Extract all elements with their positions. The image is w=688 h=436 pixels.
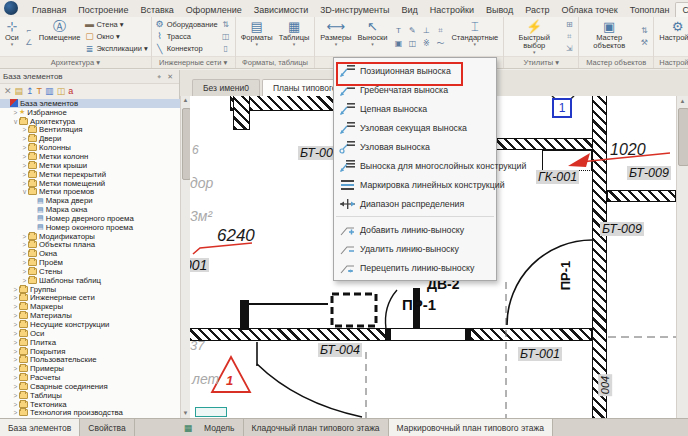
expand-icon[interactable]: > <box>21 162 28 169</box>
tree-item-15[interactable]: >Модификаторы <box>0 232 180 241</box>
equipment-button[interactable]: ⚙Оборудование <box>155 18 218 30</box>
tree-item-25[interactable]: >Несущие конструкции <box>0 320 180 329</box>
tree-item-27[interactable]: >Плитка <box>0 338 180 347</box>
level-mark-icon[interactable]: ⊥ <box>419 24 433 37</box>
tree-item-6[interactable]: >Метки колонн <box>0 152 180 161</box>
expand-icon[interactable]: > <box>12 321 19 328</box>
expand-icon[interactable]: > <box>21 250 28 257</box>
menu-item-4[interactable]: Узловая выноска <box>334 137 496 156</box>
ribbon-tab-4[interactable]: Зависимости <box>248 3 315 17</box>
expand-icon[interactable]: > <box>21 259 28 266</box>
expand-icon[interactable]: > <box>21 277 28 284</box>
sheet-list-icon[interactable]: ▦ <box>180 419 196 436</box>
net-split-icon[interactable]: ▯ <box>220 43 232 54</box>
menu-item-5[interactable]: Выноска для многослойных конструкций <box>334 156 496 175</box>
expand-icon[interactable]: > <box>12 401 19 408</box>
expand-icon[interactable]: > <box>12 356 19 363</box>
expand-icon[interactable]: > <box>12 109 19 116</box>
tree-item-12[interactable]: ▤Марка окна <box>0 205 180 214</box>
delete-icon[interactable]: ✕ <box>4 85 12 98</box>
tree-item-10[interactable]: vМетки проемов <box>0 187 180 196</box>
ribbon-tab-6[interactable]: Вид <box>396 3 424 17</box>
axis-angle-icon[interactable]: ∠ <box>23 37 35 48</box>
tree-item-22[interactable]: >Инженерные сети <box>0 294 180 303</box>
collapse-icon[interactable]: v <box>12 118 19 125</box>
quick-select-button[interactable]: ⚡Быстрый выбор▾ <box>506 18 562 55</box>
tree-item-24[interactable]: >Материалы <box>0 311 180 320</box>
connector-button[interactable]: ╲Коннектор <box>155 43 218 55</box>
collapse-icon[interactable]: v <box>21 188 28 195</box>
panel-tab-1[interactable]: Свойства <box>80 419 134 436</box>
net-node-icon[interactable]: ◫ <box>220 31 232 42</box>
formats-button[interactable]: ▤Форматы▾ <box>238 18 276 55</box>
expand-icon[interactable]: > <box>12 312 19 319</box>
report-icon[interactable]: a <box>68 85 73 98</box>
menu-item-8[interactable]: Добавить линию-выноску <box>334 220 496 239</box>
expand-icon[interactable]: > <box>12 392 19 399</box>
explication-button[interactable]: ≣Экспликации▾ <box>84 43 147 55</box>
menu-item-10[interactable]: Перецепить линию-выноску <box>334 258 496 277</box>
ribbon-tab-8[interactable]: Вывод <box>480 3 519 17</box>
tree-item-2[interactable]: vАрхитектура <box>0 117 180 126</box>
expand-icon[interactable]: > <box>12 286 19 293</box>
tree-item-16[interactable]: >Объекты плана <box>0 241 180 250</box>
tree-item-13[interactable]: ▤Номер дверного проема <box>0 214 180 223</box>
ribbon-tab-2[interactable]: Вставка <box>134 3 179 17</box>
tree-item-21[interactable]: >Группы <box>0 285 180 294</box>
view-frame-icon[interactable]: ▣ <box>391 37 405 50</box>
expand-icon[interactable]: > <box>12 383 19 390</box>
menu-item-6[interactable]: Маркировка линейных конструкций <box>334 175 496 194</box>
tree-item-35[interactable]: >Технология производства <box>0 409 180 418</box>
expand-icon[interactable]: > <box>21 135 28 142</box>
room-button[interactable]: ⒶПомещение <box>36 18 84 55</box>
panel-tab-0[interactable]: База элементов <box>0 419 80 436</box>
expand-icon[interactable]: > <box>12 365 19 372</box>
menu-item-7[interactable]: Диапазон распределения <box>334 194 496 213</box>
net-up-icon[interactable]: ⇅ <box>220 19 232 30</box>
axes-button[interactable]: ⊹Оси▾ <box>2 18 22 55</box>
tree-item-28[interactable]: >Покрытия <box>0 347 180 356</box>
ribbon-tab-1[interactable]: Построение <box>72 3 134 17</box>
ribbon-tab-12[interactable]: СПДС <box>675 2 688 17</box>
tree-item-32[interactable]: >Сварные соединения <box>0 382 180 391</box>
tree-item-14[interactable]: ▤Номер оконного проема <box>0 223 180 232</box>
tree-item-17[interactable]: >Окна <box>0 249 180 258</box>
tree-item-8[interactable]: >Метки перекрытий <box>0 170 180 179</box>
panel-scrollbar[interactable]: ▲ ▼ <box>180 96 190 418</box>
tree-item-26[interactable]: >Оси <box>0 329 180 338</box>
route-button[interactable]: ⌇Трасса <box>155 30 218 42</box>
tree-item-0[interactable]: База элементов <box>0 99 180 108</box>
expand-icon[interactable]: > <box>21 241 28 248</box>
expand-icon[interactable]: > <box>21 171 28 178</box>
app-logo-icon[interactable] <box>4 1 18 15</box>
text-style-icon[interactable]: T <box>391 24 405 37</box>
expand-icon[interactable]: > <box>21 268 28 275</box>
sheet-tab-1[interactable]: Кладочный план типового этажа <box>244 419 389 436</box>
ribbon-tab-9[interactable]: Растр <box>519 3 555 17</box>
window-button[interactable]: ▢Окно▾ <box>84 30 147 42</box>
tree-item-7[interactable]: >Метки крыши <box>0 161 180 170</box>
settings-button[interactable]: ⚙Настройки <box>656 18 688 55</box>
menu-item-3[interactable]: Узловая секущая выноска <box>334 118 496 137</box>
tree-item-9[interactable]: >Метки помещений <box>0 179 180 188</box>
tree-item-20[interactable]: >Шаблоны таблиц <box>0 276 180 285</box>
canvas-scrollbar[interactable]: ▲ <box>676 96 688 418</box>
edit-text-icon[interactable]: ✎ <box>405 24 419 37</box>
menu-item-2[interactable]: Цепная выноска <box>334 99 496 118</box>
tree-item-30[interactable]: >Примеры <box>0 364 180 373</box>
ribbon-tab-0[interactable]: Главная <box>26 3 72 17</box>
tree-item-4[interactable]: >Двери <box>0 134 180 143</box>
expand-icon[interactable]: > <box>21 180 28 187</box>
tree-item-29[interactable]: >Пользовательские <box>0 355 180 364</box>
text-import-icon[interactable]: T <box>37 85 43 98</box>
ribbon-tab-10[interactable]: Облака точек <box>556 3 624 17</box>
expand-icon[interactable]: > <box>21 126 28 133</box>
object-wizard-button[interactable]: ▣Мастер объектов <box>581 18 637 55</box>
document-tab-0[interactable]: Без имени0 <box>192 79 260 96</box>
expand-icon[interactable]: > <box>12 374 19 381</box>
folder-up-icon[interactable]: ◫ <box>57 85 66 98</box>
open-folder-icon[interactable]: ▤ <box>15 85 24 98</box>
tree-item-23[interactable]: >Маркеры <box>0 302 180 311</box>
update-icon[interactable]: ⇲ <box>563 43 575 54</box>
preview-icon[interactable]: ▥ <box>45 85 54 98</box>
